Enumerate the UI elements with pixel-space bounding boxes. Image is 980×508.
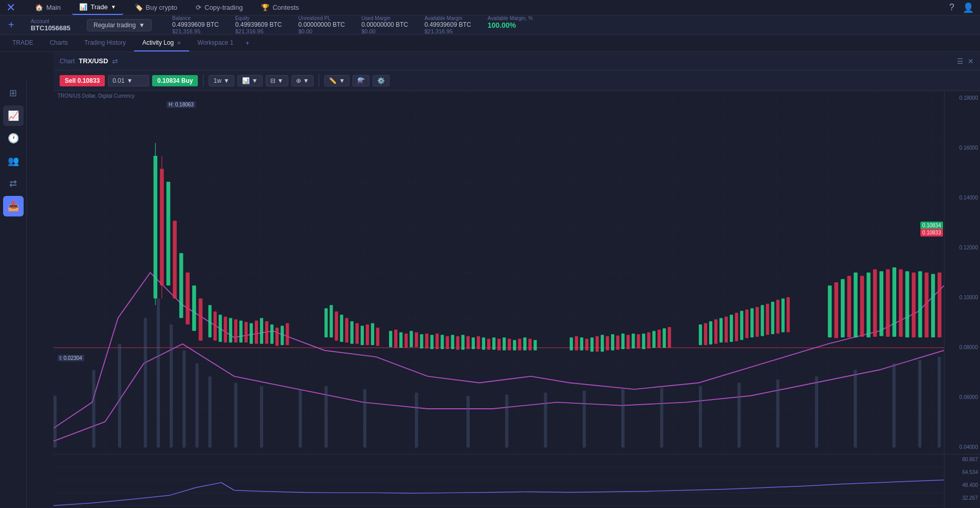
svg-rect-125	[92, 370, 95, 447]
top-navigation: ✕ 🏠 Main 📊 Trade ▼ 🏷️ Buy crypto ⟳ Copy-…	[0, 0, 980, 15]
svg-rect-127	[144, 318, 147, 447]
price-axis-3: 0.14000	[947, 195, 978, 201]
indicator-svg	[53, 455, 944, 508]
svg-rect-24	[270, 324, 273, 344]
svg-rect-9	[186, 273, 190, 324]
svg-rect-147	[776, 379, 779, 447]
metric-balance: Balance 0.49939609 BTC $21,316.95	[172, 15, 219, 34]
svg-rect-79	[626, 335, 630, 349]
nav-trade[interactable]: 📊 Trade ▼	[72, 0, 123, 15]
analytics-icon: ⚗️	[357, 77, 365, 84]
svg-rect-36	[366, 324, 369, 345]
quantity-input[interactable]: 0.01 ▼	[108, 75, 149, 86]
indicators-icon: 📊	[242, 77, 250, 84]
chart-symbol[interactable]: TRX/USD	[79, 57, 108, 65]
chart-canvas[interactable]: TRON/US Dollar, Digital Currency H: 0.18…	[53, 91, 944, 454]
svg-rect-58	[487, 339, 490, 350]
tab-charts[interactable]: Charts	[42, 35, 76, 51]
sidebar-item-transfer[interactable]: ⇄	[3, 173, 24, 194]
chart-close-icon[interactable]: ✕	[968, 57, 974, 65]
chart-swap-icon[interactable]: ⇄	[112, 57, 118, 65]
svg-rect-76	[611, 334, 614, 351]
sidebar-item-deposit[interactable]: 📥	[3, 196, 24, 216]
chart-low-value: l: 0.02304	[60, 355, 82, 361]
metric-unrealized-pl: Unrealized PL 0.00000000 BTC $0.00	[298, 15, 345, 34]
svg-rect-29	[329, 305, 332, 337]
svg-rect-53	[461, 335, 465, 350]
tab-workspace1[interactable]: Workspace 1	[189, 35, 242, 51]
timeframe-value: 1w	[213, 77, 221, 84]
timeframe-select[interactable]: 1w ▼	[209, 75, 234, 86]
sidebar-item-grid[interactable]: ⊞	[3, 83, 24, 103]
add-account-button[interactable]: +	[8, 19, 14, 31]
analytics-button[interactable]: ⚗️	[353, 75, 369, 86]
svg-rect-63	[513, 340, 516, 350]
svg-rect-105	[787, 297, 790, 332]
svg-rect-39	[389, 331, 392, 348]
settings-button[interactable]: ⚙️	[373, 75, 390, 86]
svg-rect-110	[854, 273, 858, 337]
draw-button[interactable]: ✏️ ▼	[324, 75, 349, 86]
indicator-axis-2: 64.534	[947, 469, 978, 475]
available-margin-value: 0.49939609 BTC	[424, 21, 471, 28]
chart-y-axis: 0.18000 0.16000 0.14000 0.12000 0.10000 …	[944, 91, 980, 454]
svg-rect-22	[260, 318, 263, 343]
chart-menu-icon[interactable]: ☰	[957, 57, 964, 65]
trading-mode-select[interactable]: Regular trading ▼	[87, 19, 152, 31]
svg-rect-60	[497, 339, 501, 351]
nav-buy-crypto[interactable]: 🏷️ Buy crypto	[127, 1, 184, 14]
svg-rect-141	[544, 392, 547, 447]
equity-sub: $21,316.95	[235, 28, 282, 34]
indicators-button[interactable]: 📊 ▼	[237, 75, 263, 86]
svg-rect-71	[585, 339, 588, 351]
used-margin-sub: $0.00	[361, 28, 408, 34]
metric-available-margin: Available Margin 0.49939609 BTC $21,316.…	[424, 15, 471, 34]
nav-buy-crypto-label: Buy crypto	[146, 4, 177, 11]
svg-rect-143	[621, 389, 624, 448]
tab-trading-history[interactable]: Trading History	[76, 35, 134, 51]
chart-with-axis: TRON/US Dollar, Digital Currency H: 0.18…	[53, 91, 980, 454]
svg-rect-91	[714, 319, 717, 344]
buy-price-label-value: 0.10834	[922, 223, 941, 228]
chart-canvas-container: TRON/US Dollar, Digital Currency H: 0.18…	[53, 91, 980, 508]
tab-trade-label: TRADE	[12, 39, 33, 46]
svg-rect-12	[208, 305, 211, 337]
tab-trade[interactable]: TRADE	[4, 35, 42, 51]
help-icon[interactable]: ?	[949, 2, 954, 13]
svg-rect-48	[435, 334, 438, 349]
chart-type-button[interactable]: ⊟ ▼	[266, 75, 288, 86]
svg-rect-88	[699, 324, 702, 345]
sidebar-item-users[interactable]: 👥	[3, 151, 24, 171]
tab-activity-log[interactable]: Activity Log ✕	[134, 35, 189, 51]
nav-right-actions: ? 👤	[949, 2, 974, 13]
nav-main[interactable]: 🏠 Main	[28, 1, 68, 14]
sidebar-item-history[interactable]: 🕐	[3, 128, 24, 149]
svg-rect-82	[642, 334, 645, 349]
buy-price: 0.10834	[157, 77, 179, 84]
logo[interactable]: ✕	[6, 1, 15, 14]
svg-rect-16	[229, 318, 232, 342]
draw-dropdown-icon: ▼	[339, 77, 345, 84]
svg-rect-94	[730, 315, 733, 342]
sidebar-item-chart[interactable]: 📈	[3, 105, 24, 126]
nav-trade-label: Trade	[90, 3, 107, 11]
crosshair-button[interactable]: ⊕ ▼	[291, 75, 314, 86]
svg-rect-85	[657, 330, 660, 348]
tab-add-button[interactable]: +	[242, 35, 253, 51]
profile-icon[interactable]: 👤	[963, 2, 974, 13]
price-axis-6: 0.08000	[947, 344, 978, 350]
svg-rect-56	[477, 336, 480, 349]
tab-activity-log-close[interactable]: ✕	[177, 40, 181, 46]
sell-price-label-value: 0.10833	[922, 230, 941, 235]
left-sidebar: ⊞ 📈 🕐 👥 ⇄ 📥 ‹	[0, 79, 27, 508]
metric-available-margin-pct: Available Margin, % 100.00%	[488, 15, 533, 34]
nav-copy-trading[interactable]: ⟳ Copy-trading	[189, 1, 250, 14]
metric-used-margin: Used Margin 0.00000000 BTC $0.00	[361, 15, 408, 34]
svg-rect-152	[937, 357, 940, 448]
nav-contests[interactable]: 🏆 Contests	[254, 1, 306, 14]
sell-button[interactable]: Sell 0.10833	[60, 75, 105, 86]
svg-rect-126	[118, 344, 121, 448]
svg-rect-150	[893, 364, 896, 448]
buy-button[interactable]: 0.10834 Buy	[152, 75, 198, 86]
svg-rect-34	[356, 323, 359, 343]
